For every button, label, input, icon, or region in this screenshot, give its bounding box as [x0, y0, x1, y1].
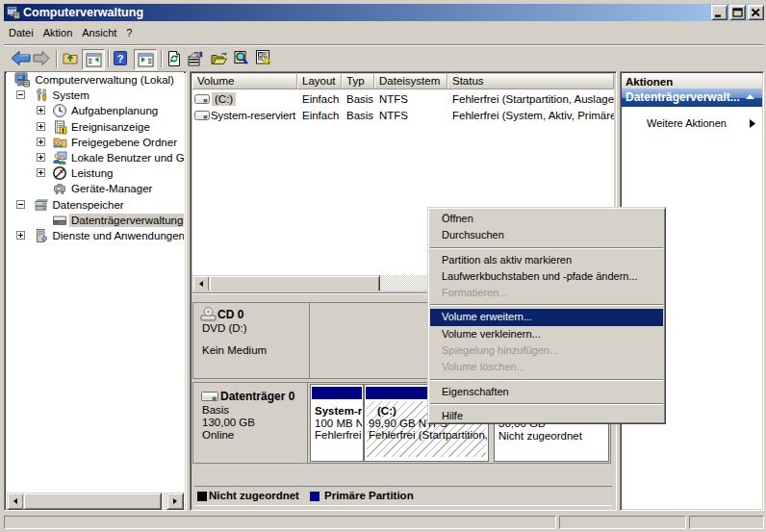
- svg-text:?: ?: [117, 53, 124, 64]
